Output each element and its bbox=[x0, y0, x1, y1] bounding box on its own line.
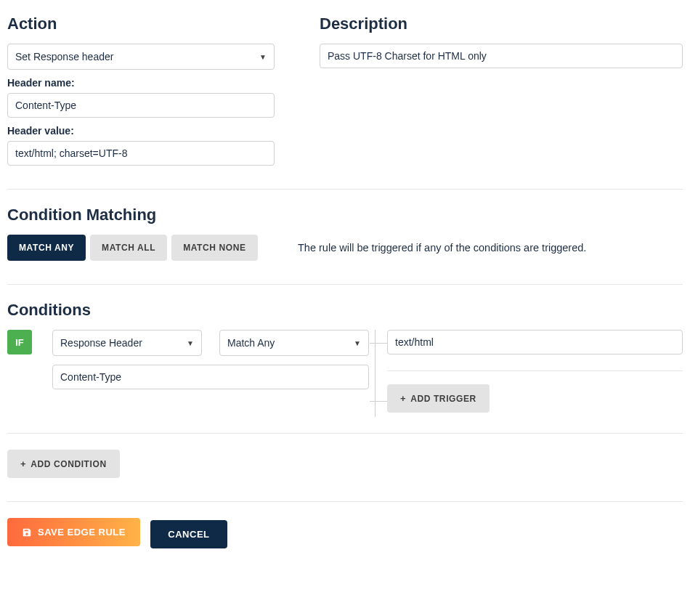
condition-matching-group: MATCH ANY MATCH ALL MATCH NONE bbox=[7, 235, 298, 261]
condition-source-select[interactable]: Response Header ▼ bbox=[52, 330, 202, 356]
condition-matching-heading: Condition Matching bbox=[7, 206, 683, 224]
caret-down-icon: ▼ bbox=[354, 339, 361, 347]
divider bbox=[7, 284, 683, 285]
action-select-value: Set Response header bbox=[15, 51, 113, 62]
caret-down-icon: ▼ bbox=[259, 53, 267, 61]
condition-match-value: Match Any bbox=[227, 337, 275, 349]
add-trigger-label: ADD TRIGGER bbox=[410, 394, 476, 404]
match-none-button[interactable]: MATCH NONE bbox=[171, 235, 257, 261]
divider bbox=[7, 433, 683, 434]
plus-icon: + bbox=[20, 458, 26, 469]
trigger-value-input[interactable] bbox=[387, 330, 683, 354]
cancel-button[interactable]: CANCEL bbox=[150, 520, 227, 548]
divider bbox=[7, 501, 683, 502]
conditions-heading: Conditions bbox=[7, 301, 683, 320]
if-badge: IF bbox=[7, 330, 32, 354]
description-input[interactable] bbox=[320, 44, 683, 68]
connector-tick bbox=[370, 401, 387, 402]
save-label: SAVE EDGE RULE bbox=[38, 527, 126, 538]
header-name-input[interactable] bbox=[7, 93, 275, 118]
header-value-input[interactable] bbox=[7, 141, 275, 166]
condition-header-field-input[interactable] bbox=[52, 365, 369, 389]
condition-row: IF Response Header ▼ Match Any ▼ + ADD bbox=[7, 330, 683, 417]
add-condition-button[interactable]: + ADD CONDITION bbox=[7, 450, 120, 478]
add-trigger-button[interactable]: + ADD TRIGGER bbox=[387, 384, 490, 413]
header-name-label: Header name: bbox=[7, 77, 298, 89]
action-heading: Action bbox=[7, 15, 298, 33]
description-heading: Description bbox=[320, 15, 683, 33]
condition-match-select[interactable]: Match Any ▼ bbox=[219, 330, 369, 356]
save-icon bbox=[22, 527, 32, 538]
header-value-label: Header value: bbox=[7, 125, 298, 137]
match-any-button[interactable]: MATCH ANY bbox=[7, 235, 86, 261]
divider bbox=[387, 370, 683, 371]
condition-source-value: Response Header bbox=[60, 337, 142, 349]
divider bbox=[7, 189, 683, 190]
caret-down-icon: ▼ bbox=[187, 339, 194, 347]
plus-icon: + bbox=[400, 393, 406, 404]
connector-tick bbox=[370, 343, 387, 344]
save-edge-rule-button[interactable]: SAVE EDGE RULE bbox=[7, 518, 140, 546]
add-condition-label: ADD CONDITION bbox=[31, 459, 106, 469]
action-select[interactable]: Set Response header ▼ bbox=[7, 44, 275, 70]
match-all-button[interactable]: MATCH ALL bbox=[90, 235, 167, 261]
condition-matching-description: The rule will be triggered if any of the… bbox=[298, 235, 683, 261]
